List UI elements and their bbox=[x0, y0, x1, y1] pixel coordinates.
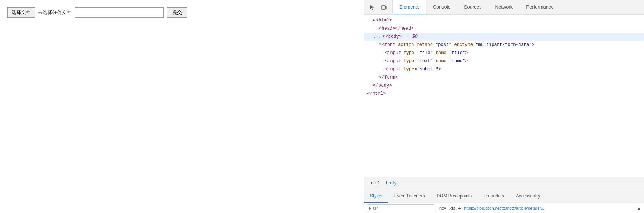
devtools-toolbar: Elements Console Sources Network Perform… bbox=[364, 0, 644, 15]
tab-properties[interactable]: Properties bbox=[478, 190, 510, 203]
devtools-tabs: Elements Console Sources Network Perform… bbox=[393, 0, 644, 14]
dom-input-text-line[interactable]: <input type = "text" name = "name" > bbox=[364, 57, 644, 65]
tab-dom-breakpoints[interactable]: DOM Breakpoints bbox=[431, 190, 478, 203]
tab-elements[interactable]: Elements bbox=[393, 0, 426, 14]
tab-event-listeners[interactable]: Event Listeners bbox=[388, 190, 431, 203]
no-file-label: 未选择任何文件 bbox=[38, 7, 72, 18]
tab-sources[interactable]: Sources bbox=[457, 0, 488, 14]
svg-rect-1 bbox=[382, 6, 385, 9]
devtools-icons bbox=[364, 0, 393, 14]
cls-button[interactable]: .cls bbox=[449, 206, 455, 210]
page-area: 选择文件 未选择任何文件 提交 bbox=[0, 0, 364, 213]
devtools-panel: Elements Console Sources Network Perform… bbox=[364, 0, 644, 213]
filter-input[interactable] bbox=[367, 204, 434, 212]
status-url: https://blog.csdn.net/xtangzi/article/de… bbox=[464, 206, 634, 210]
tab-accessibility[interactable]: Accessibility bbox=[510, 190, 546, 203]
svg-marker-0 bbox=[370, 5, 374, 10]
ellipsis-icon: ... bbox=[373, 33, 381, 40]
breadcrumb-html[interactable]: html bbox=[367, 180, 382, 187]
file-choose-button[interactable]: 选择文件 bbox=[7, 7, 35, 18]
submit-button[interactable]: 提交 bbox=[167, 7, 187, 18]
dom-html-line[interactable]: ▶ <html> bbox=[364, 16, 644, 24]
tab-performance[interactable]: Performance bbox=[519, 0, 560, 14]
plus-icon[interactable]: + bbox=[458, 205, 461, 211]
hov-label[interactable]: :hov bbox=[438, 206, 446, 210]
text-input[interactable] bbox=[75, 7, 164, 18]
expand-html-icon[interactable]: ▶ bbox=[373, 17, 375, 24]
dom-input-file-line[interactable]: <input type = "file" name = "file" > bbox=[364, 49, 644, 57]
tab-console[interactable]: Console bbox=[426, 0, 457, 14]
devtools-breadcrumb: html body bbox=[364, 177, 644, 190]
devtools-bottom-tabs: Styles Event Listeners DOM Breakpoints P… bbox=[364, 190, 644, 203]
expand-body-icon[interactable]: ▼ bbox=[383, 33, 385, 40]
dom-body-line[interactable]: ... ▼ <body> == $0 bbox=[364, 33, 644, 41]
breadcrumb-body[interactable]: body bbox=[384, 180, 399, 187]
device-toolbar-icon[interactable] bbox=[379, 2, 389, 13]
dom-html-close-line[interactable]: </html> bbox=[364, 90, 644, 98]
tab-styles[interactable]: Styles bbox=[364, 190, 388, 203]
expand-form-icon[interactable]: ▼ bbox=[379, 41, 381, 49]
dom-body-close-line[interactable]: </body> bbox=[364, 81, 644, 90]
devtools-filter-row: :hov .cls + https://blog.csdn.net/xtangz… bbox=[364, 203, 644, 213]
dom-input-submit-line[interactable]: <input type = "submit" > bbox=[364, 65, 644, 73]
svg-rect-2 bbox=[385, 7, 387, 9]
dom-head-line[interactable]: <head></head> bbox=[364, 24, 644, 33]
dom-form-line[interactable]: ▼ <form action method = "post" enctype =… bbox=[364, 41, 644, 49]
dom-form-close-line[interactable]: </form> bbox=[364, 73, 644, 81]
inspect-element-icon[interactable] bbox=[367, 2, 377, 13]
tab-network[interactable]: Network bbox=[488, 0, 520, 14]
scroll-up-icon[interactable]: ▲ bbox=[637, 206, 641, 210]
devtools-elements[interactable]: ▶ <html> <head></head> ... ▼ <body> == $… bbox=[364, 15, 644, 177]
